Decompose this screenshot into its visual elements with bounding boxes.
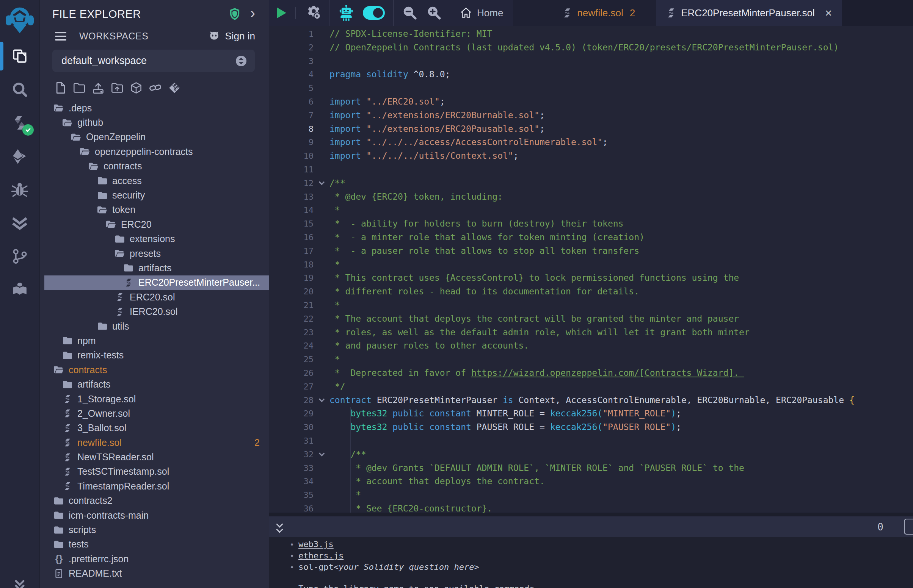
code-line-2[interactable]: 2// OpenZeppelin Contracts (last updated…: [269, 41, 913, 55]
tree-item-npm[interactable]: npm: [44, 333, 269, 348]
tree-item-access[interactable]: access: [44, 173, 269, 188]
terminal-link[interactable]: web3.js: [298, 539, 333, 550]
tree-item-erc20-sol[interactable]: ERC20.sol: [44, 290, 269, 304]
sidebar-item-learneth[interactable]: [0, 273, 39, 306]
code-line-19[interactable]: 19 * This contract uses {AccessControl} …: [269, 271, 913, 285]
code-line-22[interactable]: 22 * The account that deploys the contra…: [269, 312, 913, 326]
git-diamond-button[interactable]: [169, 82, 180, 94]
script-config-button[interactable]: [305, 5, 321, 21]
code-line-28[interactable]: 28contract ERC20PresetMinterPauser is Co…: [269, 394, 913, 407]
tab-newfile[interactable]: newfile.sol 2: [552, 0, 645, 26]
tree-item-tests[interactable]: tests: [44, 537, 269, 552]
shield-icon[interactable]: [229, 8, 240, 21]
code-line-25[interactable]: 25 *: [269, 353, 913, 367]
code-editor[interactable]: 1// SPDX-License-Identifier: MIT2// Open…: [269, 26, 913, 513]
sidebar-item-deploy-run[interactable]: [0, 139, 39, 173]
tree-item-icm-contracts-main[interactable]: icm-contracts-main: [44, 508, 269, 522]
tree-item-erc20presetminterpauser-[interactable]: ERC20PresetMinterPauser...: [44, 275, 269, 290]
ai-copilot-toggle[interactable]: [363, 6, 385, 20]
tree-item-testsctimestamp-sol[interactable]: TestSCTimestamp.sol: [44, 465, 269, 479]
tree-item-openzeppelin[interactable]: OpenZeppelin: [44, 130, 269, 144]
upload-file-button[interactable]: [92, 82, 104, 94]
code-line-30[interactable]: 30 bytes32 public constant PAUSER_ROLE =…: [269, 420, 913, 434]
ipfs-cube-button[interactable]: [130, 82, 142, 94]
rail-collapse-button[interactable]: [0, 578, 39, 588]
code-line-29[interactable]: 29 bytes32 public constant MINTER_ROLE =…: [269, 407, 913, 420]
zoom-out-button[interactable]: [402, 5, 418, 21]
code-line-21[interactable]: 21 *: [269, 299, 913, 312]
tree-item-token[interactable]: token: [44, 203, 269, 217]
code-line-12[interactable]: 12/**: [269, 176, 913, 190]
sidebar-item-file-explorer[interactable]: [0, 39, 39, 73]
code-line-13[interactable]: 13 * @dev {ERC20} token, including:: [269, 190, 913, 204]
code-line-34[interactable]: 34 * account that deploys the contract.: [269, 475, 913, 488]
code-line-33[interactable]: 33 * @dev Grants `DEFAULT_ADMIN_ROLE`, `…: [269, 462, 913, 475]
code-line-31[interactable]: 31: [269, 434, 913, 448]
fold-chevron-icon[interactable]: [314, 394, 330, 407]
tree-item-1-storage-sol[interactable]: 1_Storage.sol: [44, 392, 269, 406]
tree-item-artifacts[interactable]: artifacts: [44, 261, 269, 275]
tree-item-contracts2[interactable]: contracts2: [44, 494, 269, 508]
tree-item-readme-txt[interactable]: README.txt: [44, 566, 269, 581]
code-line-23[interactable]: 23 * roles, as well as the default admin…: [269, 326, 913, 339]
sidebar-item-static-analysis[interactable]: [0, 206, 39, 239]
tree-item-remix-tests[interactable]: remix-tests: [44, 348, 269, 363]
code-line-36[interactable]: 36 * See {ERC20-constructor}.: [269, 502, 913, 513]
tree-item-newfile-sol[interactable]: newfile.sol2: [44, 435, 269, 450]
code-line-35[interactable]: 35 *: [269, 488, 913, 502]
tree-item-contracts[interactable]: contracts: [44, 363, 269, 377]
sidebar-item-search[interactable]: [0, 73, 39, 106]
tree-item-erc20[interactable]: ERC20: [44, 217, 269, 231]
fold-chevron-icon[interactable]: [314, 448, 330, 462]
tree-item-2-owner-sol[interactable]: 2_Owner.sol: [44, 406, 269, 420]
terminal-collapse-button[interactable]: [277, 522, 282, 532]
workspaces-menu-icon[interactable]: [55, 32, 66, 40]
tab-erc20-preset-minter-pauser[interactable]: ERC20PresetMinterPauser.sol ×: [656, 0, 842, 26]
tree-item-utils[interactable]: utils: [44, 319, 269, 333]
tree-item-newtsreader-sol[interactable]: NewTSReader.sol: [44, 450, 269, 464]
tree-item-security[interactable]: security: [44, 188, 269, 202]
code-line-11[interactable]: 11: [269, 163, 913, 176]
code-line-4[interactable]: 4pragma solidity ^0.8.0;: [269, 68, 913, 81]
fold-chevron-icon[interactable]: [314, 176, 330, 190]
tree-item-3-ballot-sol[interactable]: 3_Ballot.sol: [44, 421, 269, 435]
code-line-9[interactable]: 9import "../../../access/AccessControlEn…: [269, 136, 913, 149]
terminal-body[interactable]: •web3.js•ethers.js•sol-gpt <your Solidit…: [269, 537, 913, 588]
code-line-20[interactable]: 20 * different roles - head to its docum…: [269, 285, 913, 299]
tree-item-extensions[interactable]: extensions: [44, 232, 269, 246]
tree-item-ierc20-sol[interactable]: IERC20.sol: [44, 304, 269, 318]
tree-item-scripts[interactable]: scripts: [44, 522, 269, 537]
code-line-5[interactable]: 5: [269, 81, 913, 95]
new-file-button[interactable]: [55, 82, 66, 94]
code-line-26[interactable]: 26 * _Deprecated in favor of https://wiz…: [269, 367, 913, 380]
tree-item-openzeppelin-contracts[interactable]: openzeppelin-contracts: [44, 144, 269, 159]
zoom-in-button[interactable]: [427, 5, 442, 21]
code-line-16[interactable]: 16 * - a minter role that allows for tok…: [269, 231, 913, 244]
code-line-3[interactable]: 3: [269, 55, 913, 68]
sidebar-item-git[interactable]: [0, 239, 39, 273]
code-line-27[interactable]: 27 */: [269, 380, 913, 394]
code-line-17[interactable]: 17 * - a pauser role that allows to stop…: [269, 244, 913, 258]
code-line-6[interactable]: 6import "../ERC20.sol";: [269, 95, 913, 109]
code-line-8[interactable]: 8import "../extensions/ERC20Pausable.sol…: [269, 123, 913, 136]
panel-expand-chevron[interactable]: ›: [250, 8, 255, 18]
tree-item--prettierrc-json[interactable]: { }.prettierrc.json: [44, 552, 269, 566]
code-line-10[interactable]: 10import "../../../utils/Context.sol";: [269, 149, 913, 163]
tree-item-artifacts[interactable]: artifacts: [44, 377, 269, 391]
tab-close-button[interactable]: ×: [825, 7, 832, 19]
code-line-14[interactable]: 14 *: [269, 204, 913, 217]
tree-item--deps[interactable]: .deps: [44, 101, 269, 115]
tree-item-github[interactable]: github: [44, 115, 269, 129]
code-line-18[interactable]: 18 *: [269, 258, 913, 271]
code-line-1[interactable]: 1// SPDX-License-Identifier: MIT: [269, 27, 913, 41]
upload-folder-button[interactable]: [111, 82, 123, 94]
sidebar-item-solidity-compiler[interactable]: [0, 106, 39, 139]
sidebar-item-debugger[interactable]: [0, 173, 39, 206]
remix-logo[interactable]: [0, 0, 39, 39]
ai-copilot-robot-button[interactable]: [338, 5, 354, 21]
terminal-link[interactable]: ethers.js: [298, 550, 343, 561]
tree-item-presets[interactable]: presets: [44, 246, 269, 261]
tab-home[interactable]: Home: [450, 0, 513, 26]
terminal-search-input[interactable]: [904, 519, 913, 535]
code-line-7[interactable]: 7import "../extensions/ERC20Burnable.sol…: [269, 109, 913, 123]
